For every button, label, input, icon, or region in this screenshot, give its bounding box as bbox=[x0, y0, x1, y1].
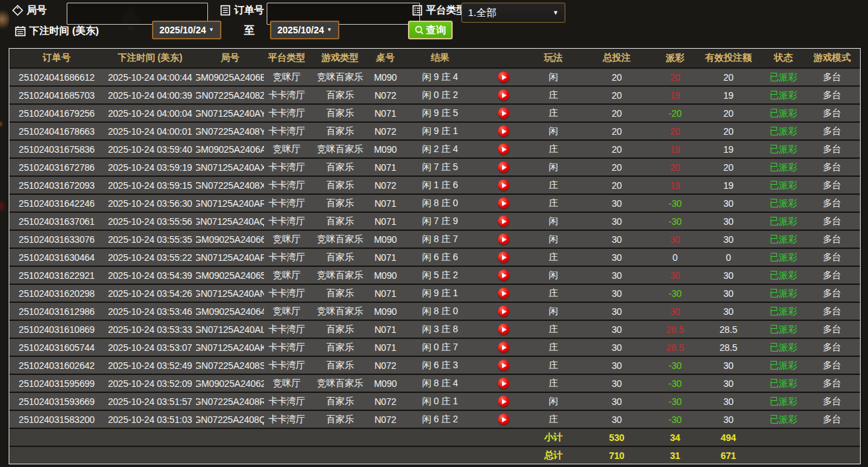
cell-platform-type: 卡卡湾厅 bbox=[264, 393, 309, 410]
header-platform-type: 平台类型 bbox=[264, 49, 309, 67]
cell-bet-time: 2025-10-24 03:53:46 bbox=[104, 303, 196, 320]
cell-bet-side: 闲 bbox=[527, 213, 580, 229]
table-row: 2510240416857032025-10-24 04:00:39GN0722… bbox=[9, 87, 860, 103]
date-from-value: 2025/10/24 bbox=[159, 25, 206, 35]
replay-cell bbox=[480, 393, 527, 410]
platform-list-icon bbox=[412, 5, 423, 16]
replay-icon[interactable] bbox=[498, 143, 509, 155]
chevron-down-icon: ▼ bbox=[209, 27, 214, 33]
cell-bet-side: 庄 bbox=[527, 195, 580, 211]
replay-icon[interactable] bbox=[498, 125, 509, 137]
cell-result: 闲 2 庄 4 bbox=[400, 141, 480, 157]
cell-payout: 19 bbox=[653, 177, 697, 193]
search-button[interactable]: 查询 bbox=[408, 21, 453, 39]
order-field-group: 订单号 bbox=[220, 4, 264, 17]
replay-icon[interactable] bbox=[498, 71, 509, 83]
table-row: 2510240316370612025-10-24 03:55:56GN0712… bbox=[9, 213, 860, 229]
replay-cell bbox=[480, 69, 527, 85]
cell-bet-time: 2025-10-24 03:55:35 bbox=[104, 231, 196, 248]
cell-platform-type: 卡卡湾厅 bbox=[264, 123, 309, 139]
cell-status: 已派彩 bbox=[760, 285, 807, 302]
replay-icon[interactable] bbox=[498, 197, 509, 209]
table-row: 2510240316727862025-10-24 03:59:19GN0712… bbox=[9, 159, 860, 175]
cell-table-number: N072 bbox=[371, 123, 400, 139]
replay-icon[interactable] bbox=[498, 288, 509, 299]
cell-total-bet: 30 bbox=[580, 285, 653, 302]
cell-bet-time: 2025-10-24 04:00:04 bbox=[104, 105, 196, 121]
replay-icon[interactable] bbox=[498, 324, 509, 335]
cell-round-number: GN07125A240AL bbox=[196, 321, 264, 338]
cell-total-bet: 30 bbox=[580, 411, 653, 428]
replay-icon[interactable] bbox=[498, 396, 509, 407]
replay-icon[interactable] bbox=[498, 378, 509, 389]
cell-table-number: N071 bbox=[371, 105, 400, 121]
header-order-number: 订单号 bbox=[9, 49, 104, 67]
table-row: 2510240316026422025-10-24 03:52:49GN0722… bbox=[9, 357, 860, 374]
chevron-down-icon: ▼ bbox=[327, 27, 332, 33]
replay-cell bbox=[480, 339, 527, 356]
chevron-down-icon: ▼ bbox=[553, 10, 559, 16]
header-bet-time: 下注时间 (美东) bbox=[104, 49, 196, 67]
cell-valid-bet: 30 bbox=[697, 267, 760, 284]
cell-round-number: GN07125A240AP bbox=[196, 249, 264, 266]
table-row: 2510240416866122025-10-24 04:00:44GM0902… bbox=[9, 69, 860, 85]
subtotal-row-result bbox=[400, 429, 480, 446]
cell-table-number: N072 bbox=[371, 177, 400, 193]
cell-game-type: 百家乐 bbox=[309, 159, 371, 175]
header-valid-bet: 有效投注额 bbox=[697, 49, 760, 67]
cell-game-mode: 多台 bbox=[807, 393, 857, 410]
cell-bet-time: 2025-10-24 03:52:49 bbox=[104, 357, 196, 374]
subtotal-row-valid-bet: 494 bbox=[697, 429, 760, 446]
cell-platform-type: 卡卡湾厅 bbox=[264, 411, 309, 428]
cell-status: 已派彩 bbox=[760, 87, 807, 103]
replay-cell bbox=[480, 105, 527, 121]
cell-game-mode: 多台 bbox=[807, 303, 857, 320]
table-body: 2510240416866122025-10-24 04:00:44GM0902… bbox=[9, 69, 860, 428]
cell-game-mode: 多台 bbox=[807, 267, 857, 284]
table-row: 2510240315956992025-10-24 03:52:09GM0902… bbox=[9, 375, 860, 392]
cell-bet-time: 2025-10-24 03:53:07 bbox=[104, 339, 196, 356]
cell-order-number: 251024031672786 bbox=[9, 159, 104, 175]
cell-total-bet: 30 bbox=[580, 375, 653, 392]
cell-result: 闲 7 庄 9 bbox=[400, 213, 480, 229]
replay-icon[interactable] bbox=[498, 234, 509, 245]
replay-icon[interactable] bbox=[498, 107, 509, 119]
replay-icon[interactable] bbox=[498, 215, 509, 227]
replay-icon[interactable] bbox=[498, 360, 509, 371]
replay-icon[interactable] bbox=[498, 179, 509, 191]
date-to-picker[interactable]: 2025/10/24 ▼ bbox=[270, 21, 339, 39]
replay-icon[interactable] bbox=[498, 342, 509, 353]
search-button-label: 查询 bbox=[426, 24, 446, 37]
header-result: 结果 bbox=[400, 49, 480, 67]
cell-total-bet: 30 bbox=[580, 321, 653, 338]
cell-bet-time: 2025-10-24 03:59:15 bbox=[104, 177, 196, 193]
cell-result: 闲 6 庄 3 bbox=[400, 357, 480, 374]
cell-platform-type: 卡卡湾厅 bbox=[264, 339, 309, 356]
replay-cell bbox=[480, 357, 527, 374]
tag-icon bbox=[12, 5, 23, 16]
cell-game-mode: 多台 bbox=[807, 69, 857, 85]
cell-total-bet: 30 bbox=[580, 231, 653, 248]
platform-select[interactable]: 1.全部 ▼ bbox=[461, 3, 565, 23]
replay-icon[interactable] bbox=[498, 252, 509, 263]
cell-status: 已派彩 bbox=[760, 357, 807, 374]
replay-icon[interactable] bbox=[498, 414, 509, 425]
replay-icon[interactable] bbox=[498, 306, 509, 317]
grand-total-row-result bbox=[400, 447, 480, 464]
cell-game-type: 百家乐 bbox=[309, 213, 371, 229]
date-from-picker[interactable]: 2025/10/24 ▼ bbox=[152, 21, 221, 39]
subtotal-row-total-bet: 530 bbox=[580, 429, 653, 446]
replay-icon[interactable] bbox=[498, 161, 509, 173]
cell-bet-side: 庄 bbox=[527, 285, 580, 302]
replay-icon[interactable] bbox=[498, 270, 509, 281]
cell-status: 已派彩 bbox=[760, 69, 807, 85]
subtotal-row-platform-type bbox=[264, 429, 309, 446]
bet-time-field-group: 下注时间 (美东) bbox=[15, 25, 99, 37]
cell-bet-time: 2025-10-24 04:00:44 bbox=[104, 69, 196, 85]
cell-total-bet: 30 bbox=[580, 267, 653, 284]
cell-platform-type: 竞咪厅 bbox=[264, 69, 309, 85]
cell-round-number: GN07125A240AN bbox=[196, 285, 264, 302]
replay-icon[interactable] bbox=[498, 89, 509, 101]
cell-total-bet: 20 bbox=[580, 177, 653, 193]
cell-total-bet: 30 bbox=[580, 303, 653, 320]
